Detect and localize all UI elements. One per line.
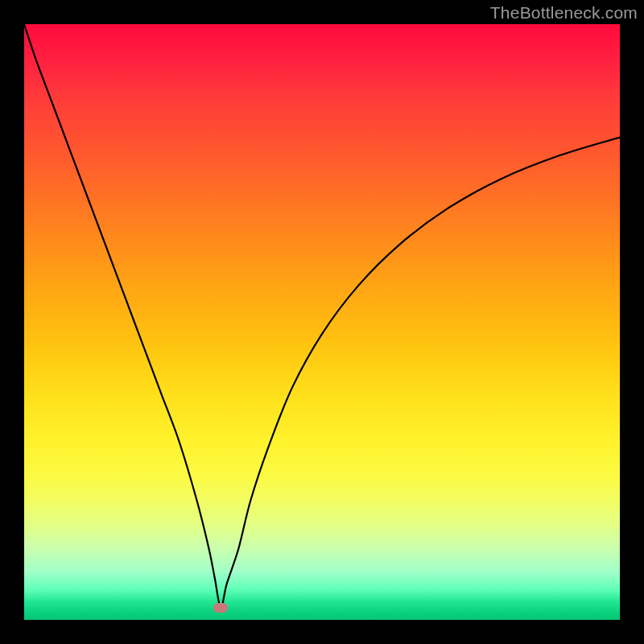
watermark-text: TheBottleneck.com: [490, 3, 638, 23]
min-marker: [213, 603, 228, 613]
chart-frame: TheBottleneck.com: [0, 0, 644, 644]
bottleneck-curve: [24, 24, 620, 620]
plot-area: [24, 24, 620, 620]
